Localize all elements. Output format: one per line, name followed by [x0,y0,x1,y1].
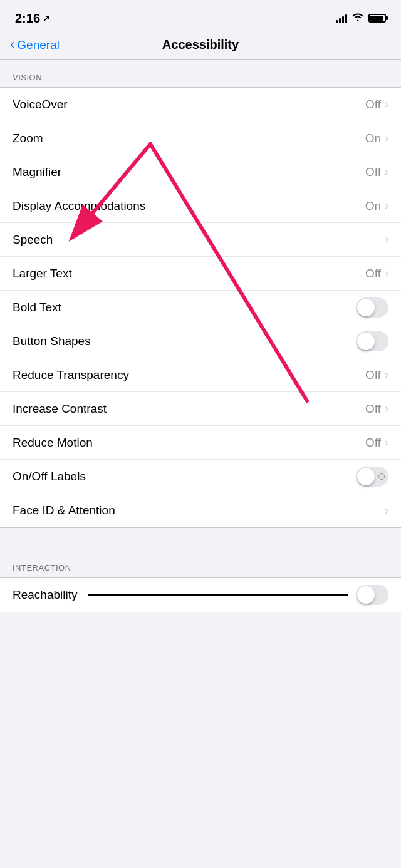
page-title: Accessibility [162,38,239,52]
zoom-chevron: › [385,132,388,145]
status-bar: 2:16 ↗ [0,0,401,33]
back-button[interactable]: ‹ General [10,38,60,52]
larger-text-right: Off › [365,267,388,281]
larger-text-chevron: › [385,267,388,280]
zoom-value: On [365,132,381,145]
magnifier-right: Off › [365,165,388,179]
onoff-labels-label: On/Off Labels [13,470,86,483]
onoff-labels-row[interactable]: On/Off Labels [0,460,401,493]
section-gap [0,528,401,550]
interaction-settings-group: Reachability [0,577,401,612]
reachability-toggle[interactable] [356,585,388,605]
back-label: General [17,38,60,52]
speech-label: Speech [13,233,53,247]
larger-text-label: Larger Text [13,267,72,281]
vision-section-header: VISION [0,60,401,87]
display-accommodations-row[interactable]: Display Accommodations On › [0,189,401,223]
reduce-transparency-chevron: › [385,368,388,381]
zoom-row[interactable]: Zoom On › [0,121,401,155]
display-accommodations-label: Display Accommodations [13,199,145,213]
onoff-labels-right [356,467,388,487]
increase-contrast-chevron: › [385,402,388,415]
battery-icon [368,14,386,23]
time-display: 2:16 [15,11,40,26]
magnifier-label: Magnifier [13,165,61,179]
reachability-row[interactable]: Reachability [0,578,401,612]
back-chevron-icon: ‹ [10,38,14,51]
reduce-motion-value: Off [365,436,381,450]
vision-settings-group: VoiceOver Off › Zoom On › Magnifier Off … [0,87,401,528]
button-shapes-right [356,331,388,351]
signal-icon [336,13,347,23]
display-accommodations-right: On › [365,199,388,213]
onoff-circle-indicator [378,473,385,480]
location-icon: ↗ [43,13,50,23]
larger-text-value: Off [365,267,381,281]
interaction-section-header: INTERACTION [0,550,401,577]
bold-text-row[interactable]: Bold Text [0,291,401,324]
voiceover-right: Off › [365,98,388,111]
bold-text-label: Bold Text [13,301,61,314]
reduce-transparency-value: Off [365,368,381,382]
face-id-right: › [385,504,388,517]
face-id-row[interactable]: Face ID & Attention › [0,493,401,527]
zoom-label: Zoom [13,132,43,145]
status-time: 2:16 ↗ [15,11,50,26]
bold-text-toggle-thumb [357,299,375,316]
reachability-underline [88,594,349,596]
zoom-right: On › [365,132,388,145]
button-shapes-row[interactable]: Button Shapes [0,324,401,358]
button-shapes-toggle[interactable] [356,331,388,351]
reduce-motion-chevron: › [385,436,388,449]
magnifier-row[interactable]: Magnifier Off › [0,155,401,189]
speech-row[interactable]: Speech › [0,223,401,257]
larger-text-row[interactable]: Larger Text Off › [0,257,401,291]
face-id-label: Face ID & Attention [13,504,115,517]
reduce-motion-row[interactable]: Reduce Motion Off › [0,426,401,460]
display-accommodations-chevron: › [385,199,388,212]
speech-chevron: › [385,233,388,246]
voiceover-label: VoiceOver [13,98,68,111]
reachability-label: Reachability [13,588,78,602]
nav-bar: ‹ General Accessibility [0,33,401,60]
bold-text-toggle[interactable] [356,297,388,318]
vision-section: VISION VoiceOver Off › Zoom On › Magnifi… [0,60,401,528]
voiceover-chevron: › [385,98,388,111]
magnifier-value: Off [365,165,381,179]
voiceover-row[interactable]: VoiceOver Off › [0,88,401,121]
onoff-labels-toggle-thumb [357,468,375,485]
button-shapes-label: Button Shapes [13,334,91,348]
increase-contrast-row[interactable]: Increase Contrast Off › [0,392,401,426]
wifi-icon [352,13,363,24]
voiceover-value: Off [365,98,381,111]
magnifier-chevron: › [385,165,388,178]
reduce-motion-right: Off › [365,436,388,450]
display-accommodations-value: On [365,199,381,213]
increase-contrast-label: Increase Contrast [13,402,107,416]
status-icons [336,13,386,24]
increase-contrast-right: Off › [365,402,388,416]
reduce-transparency-right: Off › [365,368,388,382]
reduce-motion-label: Reduce Motion [13,436,93,450]
face-id-chevron: › [385,504,388,517]
button-shapes-toggle-thumb [357,333,375,350]
reachability-toggle-thumb [357,586,375,604]
speech-right: › [385,233,388,246]
reduce-transparency-row[interactable]: Reduce Transparency Off › [0,358,401,392]
bold-text-right [356,297,388,318]
reduce-transparency-label: Reduce Transparency [13,368,129,382]
interaction-section: INTERACTION Reachability [0,550,401,612]
onoff-labels-toggle[interactable] [356,467,388,487]
increase-contrast-value: Off [365,402,381,416]
